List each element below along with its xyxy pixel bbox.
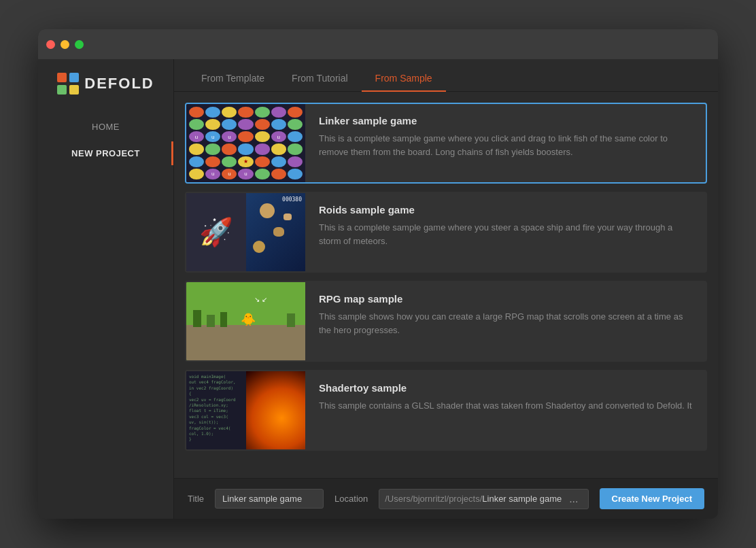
title-label: Title bbox=[188, 494, 204, 504]
main-layout: DEFOLD HOME NEW PROJECT From Template Fr… bbox=[38, 59, 718, 519]
tabs-bar: From Template From Tutorial From Sample bbox=[174, 59, 718, 92]
sample-title-roids: Roids sample game bbox=[319, 204, 692, 216]
tab-from-sample[interactable]: From Sample bbox=[362, 66, 446, 92]
sample-card-shadertoy[interactable]: void mainImage( out vec4 fragColor, in v… bbox=[185, 370, 707, 451]
sample-desc-shadertoy: This sample contains a GLSL shader that … bbox=[319, 399, 692, 413]
bottom-bar: Title Location /Users/bjornritzl/project… bbox=[174, 478, 718, 519]
samples-list[interactable]: u u u u bbox=[174, 92, 718, 478]
sample-thumbnail-roids: 🚀 000380 bbox=[186, 193, 305, 271]
svg-rect-0 bbox=[57, 73, 67, 82]
sample-info-shadertoy: Shadertoy sample This sample contains a … bbox=[305, 371, 706, 449]
browse-button[interactable]: ... bbox=[565, 492, 582, 507]
sample-thumbnail-rpg: 🐥 ↘ ↙ bbox=[186, 282, 305, 360]
sample-desc-roids: This is a complete sample game where you… bbox=[319, 221, 692, 247]
sidebar-nav: HOME NEW PROJECT bbox=[38, 115, 173, 165]
sample-info-linker: Linker sample game This is a complete sa… bbox=[305, 104, 706, 182]
minimize-button[interactable] bbox=[61, 40, 69, 49]
logo-area: DEFOLD bbox=[57, 73, 154, 95]
window-controls bbox=[46, 40, 84, 49]
sample-card-roids[interactable]: 🚀 000380 bbox=[185, 192, 707, 273]
sample-thumbnail-linker: u u u u bbox=[186, 104, 305, 182]
location-label: Location bbox=[334, 494, 368, 504]
sample-desc-linker: This is a complete sample game where you… bbox=[319, 132, 692, 158]
sample-info-roids: Roids sample game This is a complete sam… bbox=[305, 193, 706, 271]
tab-from-tutorial[interactable]: From Tutorial bbox=[278, 66, 361, 92]
location-text: /Users/bjornritzl/projects/Linker sample… bbox=[385, 494, 562, 504]
sample-desc-rpg: This sample shows how you can create a l… bbox=[319, 310, 692, 337]
defold-logo-icon bbox=[57, 73, 79, 95]
sidebar-item-new-project[interactable]: NEW PROJECT bbox=[38, 141, 173, 165]
svg-rect-1 bbox=[69, 73, 79, 82]
sample-title-rpg: RPG map sample bbox=[319, 293, 692, 305]
main-window: DEFOLD HOME NEW PROJECT From Template Fr… bbox=[38, 29, 718, 519]
create-new-project-button[interactable]: Create New Project bbox=[600, 488, 705, 509]
sample-card-linker[interactable]: u u u u bbox=[185, 103, 707, 184]
sample-card-rpg[interactable]: 🐥 ↘ ↙ RPG map sample This sample shows h… bbox=[185, 281, 707, 362]
sidebar: DEFOLD HOME NEW PROJECT bbox=[38, 59, 174, 519]
content-area: From Template From Tutorial From Sample bbox=[174, 59, 718, 519]
sample-title-shadertoy: Shadertoy sample bbox=[319, 382, 692, 394]
titlebar bbox=[38, 29, 718, 59]
svg-rect-2 bbox=[57, 85, 67, 95]
maximize-button[interactable] bbox=[75, 40, 84, 49]
tab-from-template[interactable]: From Template bbox=[188, 66, 278, 92]
sidebar-item-home[interactable]: HOME bbox=[38, 115, 173, 139]
sample-title-linker: Linker sample game bbox=[319, 115, 692, 126]
close-button[interactable] bbox=[46, 40, 55, 49]
logo-text: DEFOLD bbox=[84, 75, 154, 92]
title-input[interactable] bbox=[215, 489, 324, 509]
location-suffix: Linker sample game bbox=[482, 494, 562, 504]
location-path: /Users/bjornritzl/projects/ bbox=[385, 494, 482, 504]
sample-info-rpg: RPG map sample This sample shows how you… bbox=[305, 282, 706, 360]
location-wrapper: /Users/bjornritzl/projects/Linker sample… bbox=[379, 489, 588, 509]
svg-rect-3 bbox=[69, 85, 79, 95]
sample-thumbnail-shadertoy: void mainImage( out vec4 fragColor, in v… bbox=[186, 371, 305, 449]
